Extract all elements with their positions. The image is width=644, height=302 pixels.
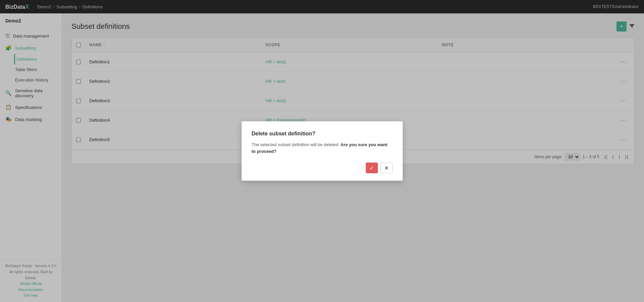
dialog-actions: ✓ ✕ <box>252 163 393 173</box>
dialog-body-text: The selected subset definition will be d… <box>252 142 340 147</box>
dialog-body: The selected subset definition will be d… <box>252 141 393 155</box>
dialog-title: Delete subset definition? <box>252 131 393 137</box>
delete-dialog: Delete subset definition? The selected s… <box>242 121 403 181</box>
cancel-button[interactable]: ✕ <box>381 163 393 173</box>
overlay: Delete subset definition? The selected s… <box>0 0 644 302</box>
confirm-button[interactable]: ✓ <box>366 163 378 173</box>
confirm-icon: ✓ <box>369 165 374 171</box>
cancel-icon: ✕ <box>384 165 389 171</box>
